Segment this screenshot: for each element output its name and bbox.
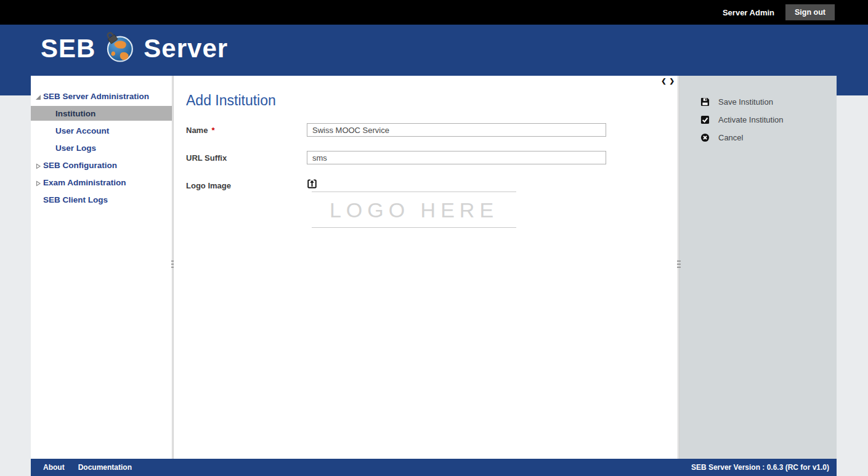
logo-preview-box: LOGO HERE: [312, 192, 516, 228]
logged-in-user-label: Server Admin: [723, 8, 774, 17]
institution-form: Name* URL Suffix Logo Image: [186, 123, 678, 228]
topbar: Server Admin Sign out: [0, 0, 868, 25]
sidebar-nav: SEB Server Administration Institution Us…: [31, 76, 172, 459]
sidebar-item-seb-client-logs[interactable]: SEB Client Logs: [31, 192, 172, 207]
save-institution-button[interactable]: Save Institution: [700, 97, 837, 107]
required-asterisk: *: [211, 126, 214, 135]
sidebar-item-user-logs[interactable]: User Logs: [31, 140, 172, 155]
activate-check-icon: [700, 115, 710, 124]
sidebar-item-label: Exam Administration: [43, 178, 126, 187]
actionpanel-resize-sash[interactable]: [678, 76, 679, 459]
about-link[interactable]: About: [43, 463, 65, 472]
logo-upload-area: LOGO HERE: [307, 179, 516, 228]
collapse-right-icon[interactable]: ❯: [670, 78, 675, 84]
tree-collapsed-icon[interactable]: [35, 179, 41, 185]
name-field-label: Name*: [186, 123, 307, 137]
name-input[interactable]: [307, 123, 606, 137]
action-label: Cancel: [718, 133, 743, 142]
sign-out-button[interactable]: Sign out: [785, 4, 835, 20]
url-suffix-field-label: URL Suffix: [186, 151, 307, 164]
save-icon: [700, 97, 710, 107]
logo-image-field-label: Logo Image: [186, 179, 307, 228]
logo-placeholder-text: LOGO HERE: [330, 198, 498, 222]
tree-collapsed-icon[interactable]: [35, 162, 41, 168]
version-label: SEB Server Version : 0.6.3 (RC for v1.0): [691, 463, 829, 472]
sidebar-item-label: SEB Configuration: [43, 161, 117, 170]
sidebar-item-seb-server-administration[interactable]: SEB Server Administration: [31, 89, 172, 103]
sidebar-item-label: User Logs: [55, 143, 96, 153]
upload-icon[interactable]: [307, 179, 317, 189]
logo-text-server: Server: [144, 34, 228, 63]
collapse-left-icon[interactable]: ❮: [661, 78, 666, 84]
cancel-icon: [700, 133, 710, 142]
sidebar-item-label: SEB Client Logs: [43, 195, 108, 204]
form-row-logo-image: Logo Image LOGO HERE: [186, 179, 678, 228]
documentation-link[interactable]: Documentation: [78, 463, 132, 472]
main-panel: ❮ ❯ Add Institution Name* URL Suffix Log…: [174, 76, 678, 459]
form-row-name: Name*: [186, 123, 678, 137]
activate-institution-button[interactable]: Activate Institution: [700, 115, 837, 124]
cancel-button[interactable]: Cancel: [700, 132, 837, 142]
tree-expanded-icon[interactable]: [35, 93, 41, 99]
sidebar-item-institution[interactable]: Institution: [31, 106, 172, 121]
content-area: SEB Server Administration Institution Us…: [31, 76, 837, 459]
app-logo: SEB Server: [41, 31, 228, 66]
sidebar-item-label: SEB Server Administration: [43, 92, 149, 101]
url-suffix-input[interactable]: [307, 151, 606, 164]
page-title: Add Institution: [186, 92, 678, 109]
sidebar-item-label: Institution: [55, 109, 95, 118]
sidebar-item-seb-configuration[interactable]: SEB Configuration: [31, 158, 172, 172]
action-panel: Save Institution Activate Institution Ca…: [679, 76, 837, 459]
sidebar-item-exam-administration[interactable]: Exam Administration: [31, 175, 172, 190]
panel-collapse-controls: ❮ ❯: [661, 78, 675, 84]
sidebar-item-label: User Account: [55, 126, 109, 135]
form-row-url-suffix: URL Suffix: [186, 151, 678, 164]
globe-lock-icon: [103, 31, 136, 66]
sash-grip-icon[interactable]: [677, 260, 681, 270]
action-label: Save Institution: [718, 97, 773, 107]
logo-text-seb: SEB: [41, 34, 95, 63]
sidebar-item-user-account[interactable]: User Account: [31, 123, 172, 138]
footer-bar: About Documentation SEB Server Version :…: [31, 459, 837, 476]
action-label: Activate Institution: [718, 115, 784, 124]
